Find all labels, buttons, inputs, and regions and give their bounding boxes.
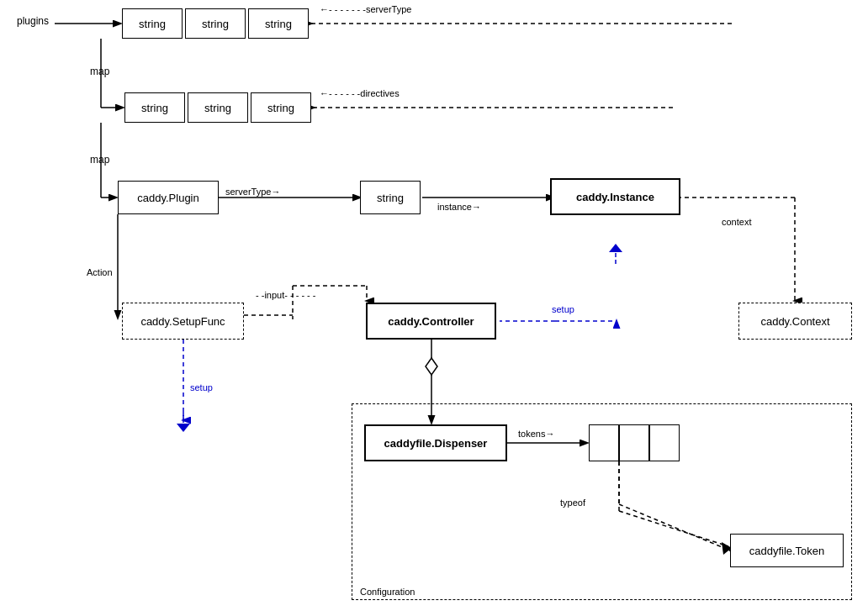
node-token-box2 bbox=[619, 424, 649, 461]
node-string2: string bbox=[185, 8, 246, 39]
setup-arrow-svg bbox=[177, 412, 193, 432]
label-setup-left: setup bbox=[190, 382, 213, 392]
label-configuration: Configuration bbox=[360, 587, 415, 597]
node-token-box1 bbox=[589, 424, 619, 461]
label-input: - -input- - - - - - bbox=[256, 290, 316, 300]
label-plugins: plugins bbox=[17, 15, 49, 27]
label-action: Action bbox=[87, 267, 113, 277]
label-instance: instance→ bbox=[437, 202, 481, 212]
instance-setup-arrow-svg bbox=[609, 244, 626, 264]
svg-marker-25 bbox=[177, 424, 190, 432]
node-caddy-setupfunc: caddy.SetupFunc bbox=[122, 303, 244, 340]
node-string3: string bbox=[248, 8, 309, 39]
svg-marker-27 bbox=[609, 244, 622, 252]
node-string-st: string bbox=[360, 181, 421, 214]
label-setup-right: setup bbox=[552, 304, 574, 314]
node-string5: string bbox=[188, 92, 248, 123]
node-caddy-controller: caddy.Controller bbox=[366, 303, 496, 340]
label-directives: ←- - - - - -directives bbox=[320, 88, 400, 98]
node-caddy-context: caddy.Context bbox=[738, 303, 852, 340]
node-caddyfile-dispenser: caddyfile.Dispenser bbox=[364, 424, 507, 461]
node-caddyfile-token: caddyfile.Token bbox=[730, 534, 844, 567]
node-token-box3 bbox=[649, 424, 680, 461]
node-string6: string bbox=[251, 92, 311, 123]
label-map2: map bbox=[90, 154, 109, 166]
node-caddy-instance: caddy.Instance bbox=[550, 178, 680, 215]
label-typeof: typeof bbox=[560, 498, 585, 508]
label-servertype2: serverType→ bbox=[225, 187, 280, 197]
node-string4: string bbox=[124, 92, 185, 123]
label-map1: map bbox=[90, 66, 109, 77]
label-tokens: tokens→ bbox=[518, 429, 554, 439]
label-servertype1: ←- - - - - - -serverType bbox=[320, 4, 411, 14]
node-string1: string bbox=[122, 8, 183, 39]
svg-marker-23 bbox=[426, 358, 437, 375]
label-context: context bbox=[722, 217, 751, 227]
diagram: plugins string string string ←- - - - - … bbox=[0, 0, 868, 611]
node-caddy-plugin: caddy.Plugin bbox=[118, 181, 219, 214]
